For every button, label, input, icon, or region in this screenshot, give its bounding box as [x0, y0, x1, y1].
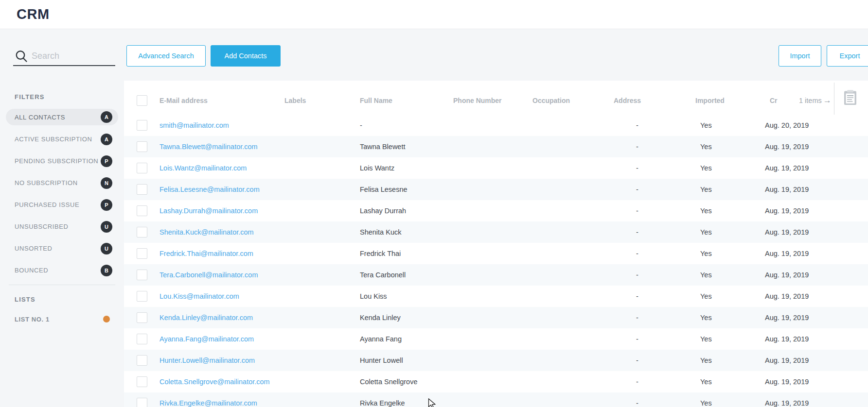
row-checkbox[interactable]	[137, 334, 147, 344]
contact-email-link[interactable]: Shenita.Kuck@mailinator.com	[159, 228, 254, 236]
contact-email-link[interactable]: Coletta.Snellgrove@mailinator.com	[159, 378, 270, 386]
contact-email-link[interactable]: Ayanna.Fang@mailinator.com	[159, 335, 254, 343]
clipboard-list-icon[interactable]	[844, 90, 857, 107]
contact-email-link[interactable]: Lashay.Durrah@mailinator.com	[159, 207, 258, 215]
filter-label: ALL CONTACTS	[15, 114, 101, 121]
table-row: Tera.Carbonell@mailinator.com Tera Carbo…	[124, 264, 868, 286]
export-button[interactable]: Export	[827, 45, 868, 67]
sidebar-divider	[9, 285, 115, 285]
sidebar-list-item[interactable]: LIST NO. 1	[6, 311, 118, 327]
contact-email-link[interactable]: Rivka.Engelke@mailinator.com	[159, 399, 257, 407]
contact-email-link[interactable]: Fredrick.Thai@mailinator.com	[159, 250, 253, 257]
contact-imported: Yes	[700, 356, 712, 364]
column-header-phone: Phone Number	[453, 97, 502, 104]
contact-full-name: -	[360, 121, 362, 129]
contact-full-name: Lashay Durrah	[360, 207, 406, 215]
contact-imported: Yes	[700, 399, 712, 407]
contact-full-name: Lois Wantz	[360, 164, 394, 172]
mouse-cursor	[428, 398, 436, 407]
row-checkbox[interactable]	[137, 120, 147, 131]
contact-email-link[interactable]: Kenda.Linley@mailinator.com	[159, 314, 253, 322]
contact-address: -	[636, 121, 638, 129]
row-checkbox[interactable]	[137, 184, 147, 195]
row-checkbox[interactable]	[137, 355, 147, 366]
contact-created: Aug. 19, 2019	[765, 207, 809, 215]
contact-email-link[interactable]: Felisa.Lesesne@mailinator.com	[159, 186, 260, 193]
list-label: LIST NO. 1	[15, 316, 103, 323]
contact-imported: Yes	[700, 335, 712, 343]
row-checkbox[interactable]	[137, 248, 147, 259]
table-row: Fredrick.Thai@mailinator.com Fredrick Th…	[124, 243, 868, 264]
contact-imported: Yes	[700, 292, 712, 300]
row-checkbox[interactable]	[137, 312, 147, 323]
contact-created: Aug. 19, 2019	[765, 228, 809, 236]
app-header: CRM	[0, 0, 868, 29]
sidebar-filter-item[interactable]: ACTIVE SUBSCRIPTION A	[6, 128, 118, 150]
filter-label: UNSUBSCRIBED	[15, 223, 101, 230]
table-row: Coletta.Snellgrove@mailinator.com Colett…	[124, 371, 868, 392]
row-checkbox[interactable]	[137, 291, 147, 302]
filter-badge: A	[101, 111, 112, 123]
import-button[interactable]: Import	[779, 45, 821, 67]
row-checkbox[interactable]	[137, 398, 147, 407]
contact-email-link[interactable]: Lois.Wantz@mailinator.com	[159, 164, 247, 172]
contact-created: Aug. 20, 2019	[765, 121, 809, 129]
contact-address: -	[636, 228, 638, 236]
sidebar-filter-item[interactable]: NO SUBSCRIPTION N	[6, 172, 118, 194]
table-row: Shenita.Kuck@mailinator.com Shenita Kuck…	[124, 221, 868, 243]
sidebar-filter-item[interactable]: UNSORTED U	[6, 237, 118, 259]
contact-imported: Yes	[700, 143, 712, 151]
row-checkbox[interactable]	[137, 376, 147, 387]
contact-full-name: Felisa Lesesne	[360, 186, 407, 193]
column-header-labels: Labels	[284, 97, 306, 104]
lists-heading: LISTS	[15, 296, 124, 304]
contact-email-link[interactable]: smith@mailinator.com	[159, 121, 229, 129]
filter-label: ACTIVE SUBSCRIPTION	[15, 136, 101, 143]
contact-full-name: Tera Carbonell	[360, 271, 406, 279]
contact-imported: Yes	[700, 250, 712, 257]
contact-full-name: Fredrick Thai	[360, 250, 401, 257]
table-row: Tawna.Blewett@mailinator.com Tawna Blewe…	[124, 136, 868, 157]
contact-created: Aug. 19, 2019	[765, 271, 809, 279]
contact-created: Aug. 19, 2019	[765, 186, 809, 193]
contact-email-link[interactable]: Tera.Carbonell@mailinator.com	[159, 271, 258, 279]
contact-full-name: Lou Kiss	[360, 292, 387, 300]
contact-created: Aug. 19, 2019	[765, 356, 809, 364]
table-row: smith@mailinator.com - - Yes Aug. 20, 20…	[124, 115, 868, 136]
sidebar-filter-item[interactable]: BOUNCED B	[6, 259, 118, 281]
row-checkbox[interactable]	[137, 163, 147, 173]
contact-email-link[interactable]: Hunter.Lowell@mailinator.com	[159, 356, 255, 364]
sidebar-filter-item[interactable]: PENDING SUBSCRIPTION P	[6, 150, 118, 172]
column-header-full-name: Full Name	[360, 97, 392, 104]
filter-label: UNSORTED	[15, 245, 101, 252]
scroll-right-arrow-icon[interactable]: →	[823, 97, 832, 104]
filters-heading: FILTERS	[15, 93, 124, 101]
filter-badge: U	[101, 221, 112, 233]
row-checkbox[interactable]	[137, 205, 147, 216]
row-checkbox[interactable]	[137, 270, 147, 280]
sidebar-filter-item[interactable]: UNSUBSCRIBED U	[6, 216, 118, 237]
row-checkbox[interactable]	[137, 141, 147, 152]
contact-email-link[interactable]: Lou.Kiss@mailinator.com	[159, 292, 239, 300]
column-header-imported: Imported	[695, 97, 725, 104]
add-contacts-button[interactable]: Add Contacts	[211, 45, 281, 67]
contact-created: Aug. 19, 2019	[765, 378, 809, 386]
table-row: Hunter.Lowell@mailinator.com Hunter Lowe…	[124, 350, 868, 371]
contact-imported: Yes	[700, 164, 712, 172]
sidebar-filter-item[interactable]: ALL CONTACTS A	[6, 109, 118, 125]
filter-badge: N	[101, 177, 112, 189]
sidebar-filter-item[interactable]: PURCHASED ISSUE P	[6, 194, 118, 216]
contact-address: -	[636, 250, 638, 257]
filter-badge: A	[101, 134, 112, 145]
contact-email-link[interactable]: Tawna.Blewett@mailinator.com	[159, 143, 258, 151]
table-header-row: E-Mail address Labels Full Name Phone Nu…	[124, 81, 868, 115]
row-checkbox[interactable]	[137, 227, 147, 237]
contact-address: -	[636, 356, 638, 364]
contact-imported: Yes	[700, 186, 712, 193]
filter-badge: U	[101, 243, 112, 254]
select-all-checkbox[interactable]	[137, 95, 147, 106]
items-count-label: 1 items	[799, 97, 822, 104]
contact-address: -	[636, 314, 638, 322]
advanced-search-button[interactable]: Advanced Search	[126, 45, 206, 67]
contact-address: -	[636, 335, 638, 343]
